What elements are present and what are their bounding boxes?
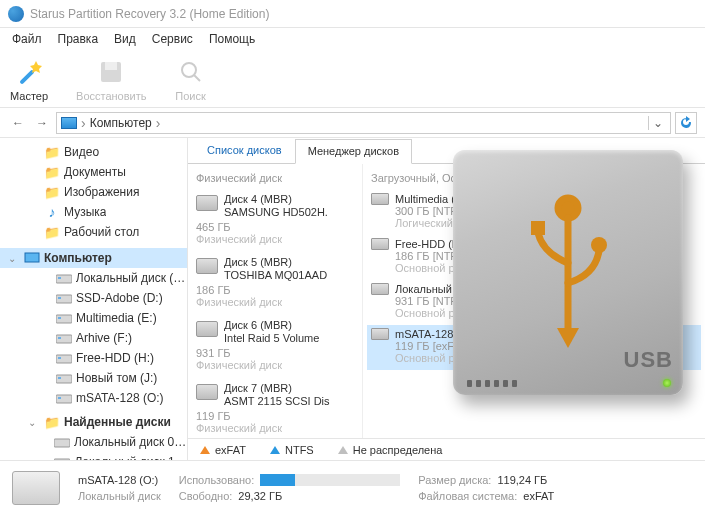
hdd-icon	[196, 258, 218, 274]
legend-exfat: exFAT	[200, 444, 246, 456]
logical-disk-item[interactable]: Multimedia (E:)300 ГБ [NTFS]Логический д…	[371, 190, 697, 235]
tree-item-label: SSD-Adobe (D:)	[76, 291, 163, 305]
drive-icon	[56, 311, 72, 325]
status-size-label: Размер диска:	[418, 474, 491, 486]
collapse-icon[interactable]: ⌄	[8, 253, 20, 264]
tree-found-drive[interactable]: Локальный диск 0 (Заре	[0, 432, 187, 452]
disk-type: Физический диск	[196, 233, 354, 245]
menu-service[interactable]: Сервис	[146, 30, 199, 48]
tree-drive[interactable]: Новый том (J:)	[0, 368, 187, 388]
tree-drive[interactable]: Multimedia (E:)	[0, 308, 187, 328]
svg-rect-22	[54, 459, 70, 460]
nav-forward-icon[interactable]: →	[32, 113, 52, 133]
tree-drive[interactable]: Free-HDD (H:)	[0, 348, 187, 368]
drive-icon	[56, 351, 72, 365]
tree-item-label: Документы	[64, 165, 126, 179]
drive-icon	[54, 455, 70, 460]
svg-rect-6	[25, 253, 39, 262]
folder-icon: 📁	[44, 145, 60, 159]
drive-icon	[56, 271, 72, 285]
wizard-button[interactable]: Мастер	[10, 56, 48, 102]
legend-ntfs: NTFS	[270, 444, 314, 456]
hdd-icon	[371, 238, 389, 250]
drive-icon	[56, 391, 72, 405]
nav-back-icon[interactable]: ←	[8, 113, 28, 133]
physical-disk-item[interactable]: Диск 5 (MBR)TOSHIBA MQ01AAD186 ГБФизичес…	[196, 253, 354, 316]
physical-disks-column: Физический диск Диск 4 (MBR)SAMSUNG HD50…	[188, 164, 363, 438]
collapse-icon[interactable]: ⌄	[28, 417, 40, 428]
tree-found-disks[interactable]: ⌄ 📁 Найденные диски	[0, 412, 187, 432]
boot-info-header: Загрузочный, Основной раздел	[371, 168, 697, 190]
breadcrumb[interactable]: Компьютер ⌄	[56, 112, 671, 134]
navbar: ← → Компьютер ⌄	[0, 108, 705, 138]
status-drive-type: Локальный диск	[78, 490, 161, 502]
tree-folder[interactable]: 📁Рабочий стол	[0, 222, 187, 242]
logical-disk-item[interactable]: Локальный диск 2.931 ГБ [NTFS]Основной р…	[371, 280, 697, 325]
partition-info: 119 ГБ [exFAT]	[395, 340, 697, 352]
breadcrumb-sep-icon	[156, 115, 161, 131]
hdd-icon	[196, 321, 218, 337]
tree-computer-label: Компьютер	[44, 251, 112, 265]
triangle-icon	[270, 446, 280, 454]
svg-rect-10	[58, 297, 61, 299]
disk-size: 119 ГБ	[196, 410, 354, 422]
search-button: Поиск	[175, 56, 207, 102]
refresh-button[interactable]	[675, 112, 697, 134]
menubar: Файл Правка Вид Сервис Помощь	[0, 28, 705, 50]
menu-edit[interactable]: Правка	[52, 30, 105, 48]
physical-header: Физический диск	[196, 168, 354, 190]
partition-info: 931 ГБ [NTFS]	[395, 295, 697, 307]
search-icon	[175, 56, 207, 88]
breadcrumb-sep-icon	[81, 115, 86, 131]
drive-icon	[56, 331, 72, 345]
usage-progress	[260, 474, 400, 486]
tree-computer[interactable]: ⌄ Компьютер	[0, 248, 187, 268]
tab-disk-manager[interactable]: Менеджер дисков	[295, 139, 412, 164]
tree-drive[interactable]: Локальный диск (C:)	[0, 268, 187, 288]
folder-icon: 📁	[44, 225, 60, 239]
logical-disk-item[interactable]: Free-HDD (H:)186 ГБ [NTFS]Основной разде…	[371, 235, 697, 280]
tree-folder[interactable]: 📁Видео	[0, 142, 187, 162]
sidebar: 📁Видео📁Документы📁Изображения♪Музыка📁Рабо…	[0, 138, 188, 460]
tree-item-label: Локальный диск (C:)	[76, 271, 187, 285]
menu-help[interactable]: Помощь	[203, 30, 261, 48]
tab-disk-list[interactable]: Список дисков	[194, 138, 295, 163]
tree-folder[interactable]: ♪Музыка	[0, 202, 187, 222]
status-free-label: Свободно:	[179, 490, 233, 502]
partition-name: mSATA-128 (O:)	[395, 328, 475, 340]
tree-item-label: Новый том (J:)	[76, 371, 157, 385]
physical-disk-item[interactable]: Диск 7 (MBR)ASMT 2115 SCSI Dis119 ГБФизи…	[196, 379, 354, 438]
tree-drive[interactable]: SSD-Adobe (D:)	[0, 288, 187, 308]
tree-drive[interactable]: mSATA-128 (O:)	[0, 388, 187, 408]
physical-disk-item[interactable]: Диск 4 (MBR)SAMSUNG HD502H.465 ГБФизичес…	[196, 190, 354, 253]
disk-type: Физический диск	[196, 359, 354, 371]
partition-name: Multimedia (E:)	[395, 193, 469, 205]
partition-info: 186 ГБ [NTFS]	[395, 250, 697, 262]
drive-icon	[12, 471, 60, 505]
triangle-icon	[338, 446, 348, 454]
tree-folder[interactable]: 📁Изображения	[0, 182, 187, 202]
disk-size: 465 ГБ	[196, 221, 354, 233]
tree-item-label: Free-HDD (H:)	[76, 351, 154, 365]
logical-disk-item[interactable]: mSATA-128 (O:)119 ГБ [exFAT]Основной раз…	[367, 325, 701, 370]
svg-rect-18	[58, 377, 61, 379]
tree-found-drive[interactable]: Локальный диск 1 (Нов	[0, 452, 187, 460]
tree-item-label: Arhive (F:)	[76, 331, 132, 345]
titlebar: Starus Partition Recovery 3.2 (Home Edit…	[0, 0, 705, 28]
menu-view[interactable]: Вид	[108, 30, 142, 48]
physical-disk-item[interactable]: Диск 6 (MBR)Intel Raid 5 Volume931 ГБФиз…	[196, 316, 354, 379]
partition-name: Free-HDD (H:)	[395, 238, 467, 250]
tree-item-label: Музыка	[64, 205, 106, 219]
chevron-down-icon[interactable]: ⌄	[648, 116, 666, 130]
tree-item-label: Рабочий стол	[64, 225, 139, 239]
status-used-label: Использовано:	[179, 474, 255, 486]
svg-rect-20	[58, 397, 61, 399]
svg-rect-8	[58, 277, 61, 279]
status-size-value: 119,24 ГБ	[497, 474, 547, 486]
drive-icon	[56, 371, 72, 385]
disk-name: Диск 5 (MBR)TOSHIBA MQ01AAD	[224, 256, 327, 282]
tree-drive[interactable]: Arhive (F:)	[0, 328, 187, 348]
tree-folder[interactable]: 📁Документы	[0, 162, 187, 182]
content-panel: Список дисков Менеджер дисков Физический…	[188, 138, 705, 460]
menu-file[interactable]: Файл	[6, 30, 48, 48]
